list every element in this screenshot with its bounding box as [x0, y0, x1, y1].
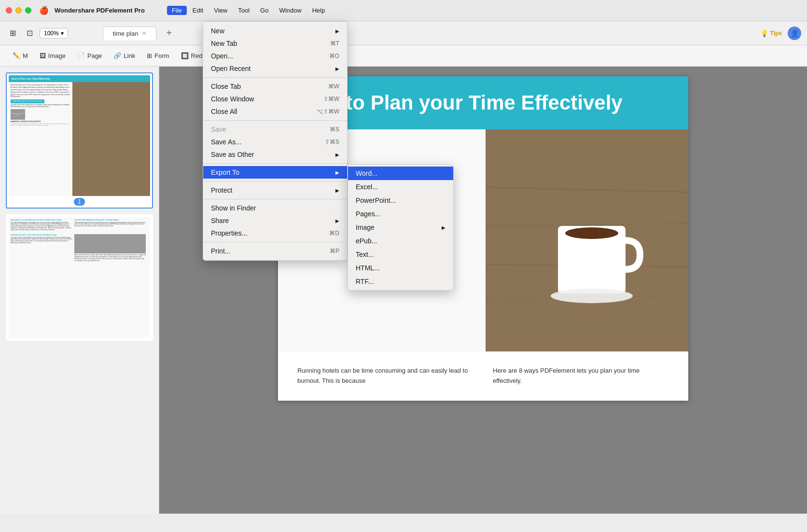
menu-help[interactable]: Help: [307, 6, 330, 15]
export-epub[interactable]: ePub...: [348, 234, 453, 248]
layout-toggle-button[interactable]: ⊞: [6, 27, 20, 40]
tips-button[interactable]: 💡 Tips: [760, 29, 782, 37]
export-pages-label: Pages...: [356, 210, 380, 218]
thumbnail-page-2[interactable]: FACILITATE COLLABORATION ON HOTEL MARKET…: [6, 214, 153, 341]
menu-open[interactable]: Open... ⌘O: [203, 50, 347, 62]
export-word[interactable]: Word...: [348, 167, 453, 180]
tips-label: Tips: [770, 30, 782, 37]
menu-edit[interactable]: Edit: [188, 6, 208, 15]
markup-icon: ✏️: [13, 52, 20, 59]
tab-label: time plan: [113, 30, 139, 37]
menu-save-as[interactable]: Save As... ⇧⌘S: [203, 136, 347, 148]
menu-view[interactable]: View: [209, 6, 232, 15]
export-rtf[interactable]: RTF...: [348, 275, 453, 288]
export-submenu[interactable]: Word... Excel... PowerPoint... Pages... …: [348, 164, 454, 291]
menu-divider-3: [203, 163, 347, 164]
menu-divider-4: [203, 181, 347, 182]
apple-icon: 🍎: [39, 6, 49, 15]
menu-window[interactable]: Window: [274, 6, 306, 15]
document-tab[interactable]: time plan ✕: [103, 27, 157, 40]
zoom-chevron-icon: ▾: [61, 30, 64, 37]
maximize-button[interactable]: [25, 7, 31, 14]
menu-open-recent[interactable]: Open Recent ▶: [203, 62, 347, 75]
pdf-body-right-text: Here are 8 ways PDFelement lets you plan…: [493, 366, 669, 386]
tab-close-icon[interactable]: ✕: [142, 30, 146, 37]
export-html-label: HTML...: [356, 264, 380, 272]
menu-file[interactable]: File: [167, 6, 187, 15]
layout-icon: ⊞: [10, 28, 16, 38]
link-icon: 🔗: [113, 52, 121, 59]
zoom-control[interactable]: 100% ▾: [40, 28, 68, 39]
panel-icon: ⊡: [27, 28, 33, 38]
menu-protect[interactable]: Protect ▶: [203, 184, 347, 196]
menu-apple[interactable]: [156, 10, 166, 12]
thumbnail-1-page-number: 1: [74, 198, 85, 206]
traffic-lights: [6, 7, 31, 14]
markup-label: M: [23, 52, 28, 59]
menu-divider-6: [203, 242, 347, 242]
thumbnail-1-image: How to Plan your Time Effectively Runnin…: [9, 75, 150, 196]
sidebar: How to Plan your Time Effectively Runnin…: [0, 67, 159, 514]
menu-tool[interactable]: Tool: [233, 6, 254, 15]
page-icon: 📄: [77, 52, 85, 59]
user-avatar[interactable]: 👤: [788, 27, 801, 40]
menu-export-to[interactable]: Export To ▶: [203, 166, 347, 179]
export-image[interactable]: Image ▶: [348, 221, 453, 234]
close-button[interactable]: [6, 7, 12, 14]
export-epub-label: ePub...: [356, 237, 377, 245]
export-rtf-label: RTF...: [356, 278, 374, 285]
redact-icon: 🔲: [181, 52, 189, 59]
menu-close-all[interactable]: Close All ⌥⇧⌘W: [203, 105, 347, 118]
menu-print[interactable]: Print... ⌘P: [203, 245, 347, 257]
coffee-image: [486, 129, 688, 351]
page-label: Page: [87, 52, 102, 59]
page-button[interactable]: 📄 Page: [72, 50, 107, 62]
menu-show-in-finder[interactable]: Show in Finder: [203, 202, 347, 214]
user-icon: 👤: [791, 29, 799, 37]
menu-bar: File Edit View Tool Go Window Help: [156, 6, 801, 15]
pdf-title: How to Plan your Time Effectively: [297, 91, 669, 115]
svg-point-6: [565, 227, 618, 239]
secondary-toolbar: ✏️ M 🖼 Image 📄 Page 🔗 Link ⊞ Form 🔲 Reda…: [0, 45, 807, 67]
menu-close-window[interactable]: Close Window ⇧⌘W: [203, 93, 347, 105]
link-button[interactable]: 🔗 Link: [109, 50, 140, 62]
menu-close-tab[interactable]: Close Tab ⌘W: [203, 80, 347, 93]
image-button[interactable]: 🖼 Image: [35, 50, 70, 62]
menu-divider-1: [203, 77, 347, 78]
export-html[interactable]: HTML...: [348, 261, 453, 275]
menu-new-tab[interactable]: New Tab ⌘T: [203, 37, 347, 50]
file-menu-dropdown[interactable]: New ▶ New Tab ⌘T Open... ⌘O Open Recent …: [203, 21, 348, 261]
export-excel[interactable]: Excel...: [348, 180, 453, 194]
export-powerpoint[interactable]: PowerPoint...: [348, 194, 453, 207]
menu-divider-2: [203, 120, 347, 121]
export-powerpoint-label: PowerPoint...: [356, 196, 396, 204]
menu-save-as-other[interactable]: Save as Other ▶: [203, 148, 347, 161]
app-name: Wondershare PDFelement Pro: [55, 7, 145, 14]
toolbar-left: ⊞ ⊡ 100% ▾: [6, 27, 68, 40]
minimize-button[interactable]: [15, 7, 22, 14]
svg-point-7: [551, 289, 633, 303]
thumbnail-page-1[interactable]: How to Plan your Time Effectively Runnin…: [6, 72, 153, 209]
menu-save: Save ⌘S: [203, 123, 347, 136]
export-image-label: Image: [356, 224, 442, 231]
export-text[interactable]: Text...: [348, 248, 453, 261]
add-tab-button[interactable]: +: [162, 27, 176, 40]
export-text-label: Text...: [356, 251, 374, 258]
menu-go[interactable]: Go: [255, 6, 273, 15]
markup-button[interactable]: ✏️ M: [8, 50, 33, 62]
image-icon: 🖼: [40, 52, 46, 59]
pdf-body-right: [486, 129, 688, 351]
titlebar: 🍎 Wondershare PDFelement Pro File Edit V…: [0, 0, 807, 21]
pdf-footer: Running hotels can be time consuming and…: [278, 351, 688, 401]
link-label: Link: [124, 52, 135, 59]
export-excel-label: Excel...: [356, 183, 378, 191]
form-label: Form: [154, 52, 169, 59]
menu-share[interactable]: Share ▶: [203, 214, 347, 227]
panel-toggle-button[interactable]: ⊡: [23, 27, 37, 40]
form-button[interactable]: ⊞ Form: [142, 50, 174, 62]
menu-new[interactable]: New ▶: [203, 25, 347, 37]
export-pages[interactable]: Pages...: [348, 207, 453, 221]
menu-properties[interactable]: Properties... ⌘D: [203, 227, 347, 239]
image-submenu-arrow: ▶: [442, 225, 445, 230]
thumbnail-2-image: FACILITATE COLLABORATION ON HOTEL MARKET…: [9, 217, 150, 338]
